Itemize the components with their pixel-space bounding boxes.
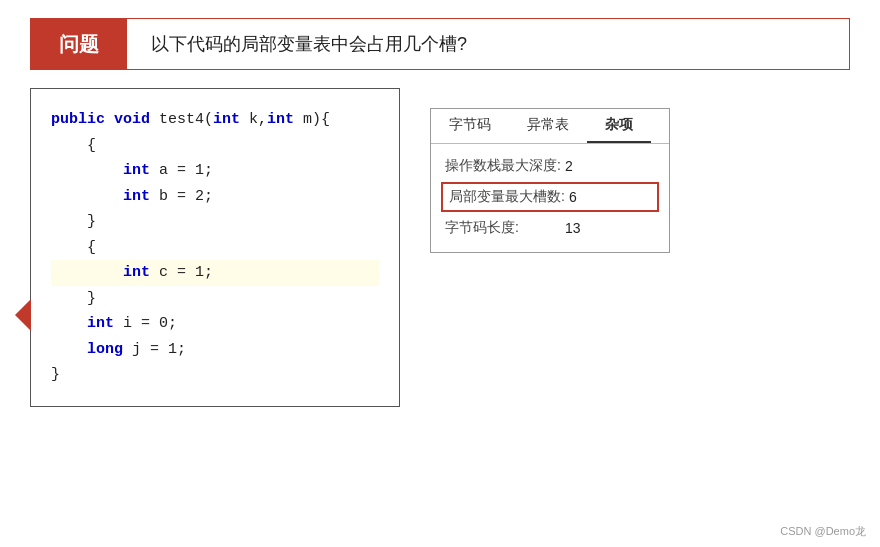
info-rows: 操作数栈最大深度:2局部变量最大槽数:6字节码长度:13 (431, 144, 669, 252)
tab-misc[interactable]: 杂项 (587, 109, 651, 143)
tab-exceptions[interactable]: 异常表 (509, 109, 587, 143)
code-line: } (51, 286, 379, 312)
code-line: int b = 2; (51, 184, 379, 210)
code-line: long j = 1; (51, 337, 379, 363)
info-row-label: 局部变量最大槽数: (449, 188, 569, 206)
code-line: int c = 1; (51, 260, 379, 286)
info-row-value: 13 (565, 220, 581, 236)
tab-bytecode[interactable]: 字节码 (431, 109, 509, 143)
info-row: 操作数栈最大深度:2 (445, 152, 655, 180)
code-line: { (51, 235, 379, 261)
watermark: CSDN @Demo龙 (780, 524, 866, 539)
code-line: } (51, 209, 379, 235)
info-row: 字节码长度:13 (445, 214, 655, 242)
info-row-value: 2 (565, 158, 573, 174)
info-panel: 字节码 异常表 杂项 操作数栈最大深度:2局部变量最大槽数:6字节码长度:13 (430, 108, 670, 253)
code-line: { (51, 133, 379, 159)
info-rows-container: 操作数栈最大深度:2局部变量最大槽数:6字节码长度:13 (445, 152, 655, 242)
question-label: 问题 (31, 19, 127, 69)
code-box: public void test4(int k,int m){ { int a … (30, 88, 400, 407)
code-line: } (51, 362, 379, 388)
bookmark-icon (15, 299, 31, 331)
code-lines: public void test4(int k,int m){ { int a … (51, 107, 379, 388)
info-row: 局部变量最大槽数:6 (441, 182, 659, 212)
info-row-value: 6 (569, 189, 577, 205)
code-line: int i = 0; (51, 311, 379, 337)
info-row-label: 字节码长度: (445, 219, 565, 237)
info-row-label: 操作数栈最大深度: (445, 157, 565, 175)
question-text: 以下代码的局部变量表中会占用几个槽? (127, 32, 491, 56)
main-content: public void test4(int k,int m){ { int a … (30, 88, 850, 407)
info-tabs: 字节码 异常表 杂项 (431, 109, 669, 144)
question-bar: 问题 以下代码的局部变量表中会占用几个槽? (30, 18, 850, 70)
code-line: public void test4(int k,int m){ (51, 107, 379, 133)
code-line: int a = 1; (51, 158, 379, 184)
